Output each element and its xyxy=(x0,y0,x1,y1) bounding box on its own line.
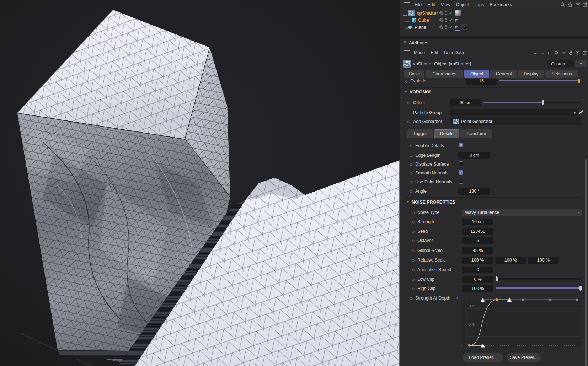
load-preset-button[interactable]: Load Preset... xyxy=(463,353,503,362)
search-icon[interactable] xyxy=(554,50,559,55)
polygon-tag-icon[interactable] xyxy=(455,18,460,23)
visibility-dot-top[interactable] xyxy=(445,18,447,20)
keyframe-diamond-icon[interactable]: ◇ xyxy=(410,296,412,301)
keyframe-diamond-icon[interactable]: ◇ xyxy=(410,153,412,158)
keyframe-diamond-icon[interactable]: ◇ xyxy=(405,79,408,84)
save-preset-button[interactable]: Save Preset... xyxy=(507,353,541,362)
visibility-dot-top[interactable] xyxy=(445,11,447,12)
point-generator-button[interactable]: Point Generator xyxy=(450,117,581,125)
external-link-icon[interactable] xyxy=(582,2,587,7)
strength-field[interactable]: 16 cm xyxy=(462,219,493,225)
curve-keypoint-top[interactable] xyxy=(496,298,498,301)
keyframe-diamond-icon[interactable]: ◇ xyxy=(412,286,415,291)
keyframe-diamond-icon[interactable]: ◇ xyxy=(407,119,410,124)
polygon-tag-icon[interactable] xyxy=(455,25,460,31)
octaves-field[interactable]: 6 xyxy=(462,237,493,244)
visibility-dot-bottom[interactable] xyxy=(445,21,447,22)
external-link-icon[interactable] xyxy=(582,50,587,55)
offset-slider-handle[interactable] xyxy=(542,100,544,105)
explode-slider-handle[interactable] xyxy=(578,78,580,83)
forward-arrow-icon[interactable]: → xyxy=(540,50,545,55)
chevron-down-icon[interactable]: ∨ xyxy=(407,200,409,204)
filter-icon[interactable] xyxy=(561,51,566,55)
visibility-dot-bottom[interactable] xyxy=(445,28,447,29)
panel-splitter[interactable] xyxy=(400,36,588,39)
preset-dropdown[interactable]: Custom xyxy=(548,60,574,67)
attr-menu-edit[interactable]: Edit xyxy=(430,50,439,55)
keyframe-diamond-icon[interactable]: ◇ xyxy=(410,144,412,148)
keyframe-diamond-icon[interactable]: ◇ xyxy=(410,189,412,194)
param-label[interactable]: Strength At Depth xyxy=(415,296,450,301)
strength-at-depth-curve[interactable]: 0.8 0.4 xyxy=(461,300,581,347)
edge-length-field[interactable]: 3 cm xyxy=(458,152,490,159)
keyframe-diamond-icon[interactable]: ◇ xyxy=(410,180,412,184)
relative-scale-z-field[interactable]: 100 % xyxy=(528,257,559,264)
tree-expand-toggle[interactable]: − xyxy=(403,11,407,16)
offset-slider[interactable] xyxy=(483,102,581,103)
smooth-normals-checkbox[interactable]: ✓ xyxy=(459,170,463,175)
chevron-down-icon[interactable]: ∨ xyxy=(405,90,407,93)
tab-coordinates[interactable]: Coordinates xyxy=(426,70,463,78)
attr-menu-mode[interactable]: Mode xyxy=(413,50,426,55)
close-icon[interactable]: × xyxy=(403,39,406,45)
keyframe-diamond-icon[interactable]: ◇ xyxy=(407,101,410,105)
layer-toggle-icon[interactable] xyxy=(439,25,443,29)
material-thumbnail[interactable] xyxy=(455,10,461,16)
subtab-transform[interactable]: Transform xyxy=(460,129,492,138)
high-clip-field[interactable]: 100 % xyxy=(462,285,493,292)
low-clip-slider-handle[interactable] xyxy=(496,276,498,281)
attr-menu-icon[interactable] xyxy=(404,50,410,55)
back-arrow-icon[interactable]: ← xyxy=(533,50,538,55)
enabled-check-icon[interactable]: ✓ xyxy=(449,25,453,30)
om-menu-bookmarks[interactable]: Bookmarks xyxy=(489,2,513,7)
layer-toggle-icon[interactable] xyxy=(439,18,443,22)
om-menu-view[interactable]: View xyxy=(440,2,451,7)
explode-slider[interactable] xyxy=(499,80,581,81)
global-scale-field[interactable]: 45 % xyxy=(462,247,493,254)
curve-keypoint-bottom[interactable] xyxy=(468,344,471,347)
target-icon[interactable] xyxy=(575,50,580,55)
panel-scrollbar[interactable] xyxy=(585,159,587,366)
offset-value-field[interactable]: 60 cm xyxy=(450,99,481,106)
om-menu-icon[interactable] xyxy=(404,2,410,7)
keyframe-diamond-icon[interactable]: ◇ xyxy=(412,277,415,282)
eyedropper-icon[interactable] xyxy=(578,110,583,115)
keyframe-diamond-icon[interactable]: ◇ xyxy=(412,210,415,215)
noise-type-dropdown[interactable]: Wavy Turbulence ▾ xyxy=(462,209,582,216)
home-icon[interactable] xyxy=(568,2,573,7)
enabled-check-icon[interactable]: ✓ xyxy=(449,17,453,23)
seed-field[interactable]: 123456 xyxy=(462,228,493,235)
tab-display[interactable]: Display xyxy=(518,70,544,78)
preset-dropdown-arrow[interactable]: ▾ xyxy=(575,60,587,67)
om-menu-object[interactable]: Object xyxy=(455,2,470,7)
enable-details-checkbox[interactable]: ✓ xyxy=(459,143,463,147)
particle-group-dropdown[interactable]: ▾ xyxy=(450,109,578,116)
chevron-right-icon[interactable]: › xyxy=(456,295,458,300)
tab-general[interactable]: General xyxy=(490,70,517,78)
angle-field[interactable]: 180 ° xyxy=(458,188,490,195)
use-point-normals-checkbox[interactable] xyxy=(459,179,463,184)
om-menu-file[interactable]: File xyxy=(414,2,422,7)
tree-item-label[interactable]: Cube xyxy=(418,17,429,23)
keyframe-diamond-icon[interactable]: ◇ xyxy=(412,238,415,243)
layer-toggle-icon[interactable] xyxy=(439,11,443,15)
keyframe-diamond-icon[interactable]: ◇ xyxy=(410,162,412,167)
attr-menu-userdata[interactable]: User Data xyxy=(443,50,465,55)
subtab-trigger[interactable]: Trigger xyxy=(407,129,433,138)
tree-item-label[interactable]: xpShatter xyxy=(417,10,438,16)
visibility-dot-bottom[interactable] xyxy=(445,14,447,15)
keyframe-diamond-icon[interactable]: ◇ xyxy=(412,229,415,234)
relative-scale-x-field[interactable]: 100 % xyxy=(462,257,493,264)
lock-icon[interactable] xyxy=(568,50,573,55)
curve-point[interactable] xyxy=(522,299,524,301)
om-menu-tags[interactable]: Tags xyxy=(474,2,485,7)
filter-icon[interactable] xyxy=(576,2,581,7)
high-clip-slider[interactable] xyxy=(496,287,581,289)
curve-point[interactable] xyxy=(549,299,551,301)
animation-speed-field[interactable]: 0 xyxy=(462,267,493,273)
high-clip-slider-handle[interactable] xyxy=(579,286,582,291)
tree-row-plane[interactable]: Plane ✓ xyxy=(400,24,588,31)
tab-object[interactable]: Object xyxy=(464,70,489,78)
noise-section-header[interactable]: NOISE PROPERTIES xyxy=(412,200,455,205)
tree-row-cube[interactable]: Cube ✓ xyxy=(400,17,588,24)
